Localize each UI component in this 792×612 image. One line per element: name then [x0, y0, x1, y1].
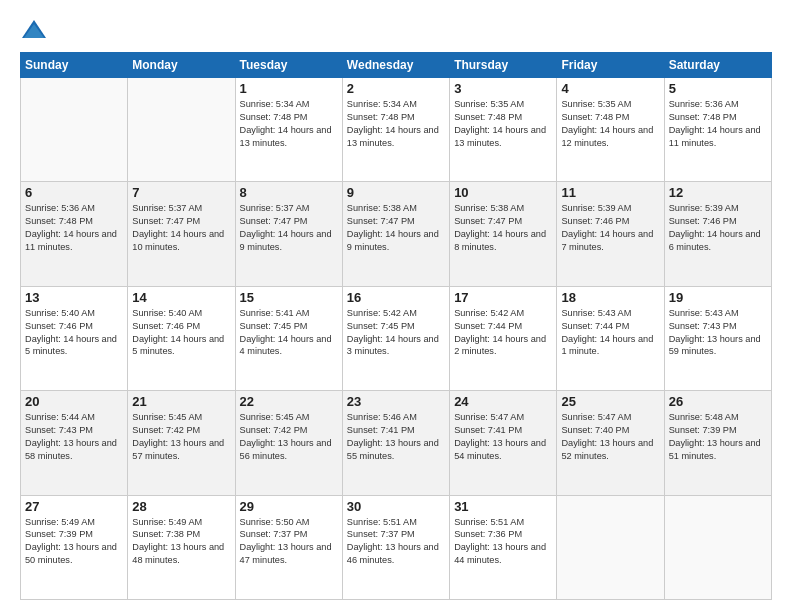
calendar-cell: 29Sunrise: 5:50 AM Sunset: 7:37 PM Dayli…: [235, 495, 342, 599]
cell-detail: Sunrise: 5:35 AM Sunset: 7:48 PM Dayligh…: [561, 99, 653, 148]
logo-icon: [20, 16, 48, 44]
cell-detail: Sunrise: 5:49 AM Sunset: 7:39 PM Dayligh…: [25, 517, 117, 566]
cell-detail: Sunrise: 5:41 AM Sunset: 7:45 PM Dayligh…: [240, 308, 332, 357]
cell-detail: Sunrise: 5:43 AM Sunset: 7:43 PM Dayligh…: [669, 308, 761, 357]
day-number: 23: [347, 394, 445, 409]
day-header-wednesday: Wednesday: [342, 53, 449, 78]
cell-detail: Sunrise: 5:46 AM Sunset: 7:41 PM Dayligh…: [347, 412, 439, 461]
calendar-week-row: 13Sunrise: 5:40 AM Sunset: 7:46 PM Dayli…: [21, 286, 772, 390]
calendar-cell: [664, 495, 771, 599]
day-number: 6: [25, 185, 123, 200]
cell-detail: Sunrise: 5:47 AM Sunset: 7:40 PM Dayligh…: [561, 412, 653, 461]
calendar-week-row: 6Sunrise: 5:36 AM Sunset: 7:48 PM Daylig…: [21, 182, 772, 286]
cell-detail: Sunrise: 5:45 AM Sunset: 7:42 PM Dayligh…: [132, 412, 224, 461]
day-number: 8: [240, 185, 338, 200]
calendar-cell: 21Sunrise: 5:45 AM Sunset: 7:42 PM Dayli…: [128, 391, 235, 495]
calendar-cell: [557, 495, 664, 599]
page: SundayMondayTuesdayWednesdayThursdayFrid…: [0, 0, 792, 612]
calendar-cell: 15Sunrise: 5:41 AM Sunset: 7:45 PM Dayli…: [235, 286, 342, 390]
calendar-week-row: 1Sunrise: 5:34 AM Sunset: 7:48 PM Daylig…: [21, 78, 772, 182]
calendar-cell: 31Sunrise: 5:51 AM Sunset: 7:36 PM Dayli…: [450, 495, 557, 599]
cell-detail: Sunrise: 5:37 AM Sunset: 7:47 PM Dayligh…: [132, 203, 224, 252]
calendar-cell: 18Sunrise: 5:43 AM Sunset: 7:44 PM Dayli…: [557, 286, 664, 390]
day-number: 27: [25, 499, 123, 514]
logo: [20, 16, 52, 44]
day-header-friday: Friday: [557, 53, 664, 78]
cell-detail: Sunrise: 5:48 AM Sunset: 7:39 PM Dayligh…: [669, 412, 761, 461]
day-header-thursday: Thursday: [450, 53, 557, 78]
cell-detail: Sunrise: 5:49 AM Sunset: 7:38 PM Dayligh…: [132, 517, 224, 566]
calendar-cell: 8Sunrise: 5:37 AM Sunset: 7:47 PM Daylig…: [235, 182, 342, 286]
cell-detail: Sunrise: 5:36 AM Sunset: 7:48 PM Dayligh…: [25, 203, 117, 252]
calendar-cell: 24Sunrise: 5:47 AM Sunset: 7:41 PM Dayli…: [450, 391, 557, 495]
day-number: 30: [347, 499, 445, 514]
calendar-cell: [128, 78, 235, 182]
calendar-cell: 9Sunrise: 5:38 AM Sunset: 7:47 PM Daylig…: [342, 182, 449, 286]
day-number: 17: [454, 290, 552, 305]
calendar-cell: 20Sunrise: 5:44 AM Sunset: 7:43 PM Dayli…: [21, 391, 128, 495]
day-header-monday: Monday: [128, 53, 235, 78]
day-number: 14: [132, 290, 230, 305]
cell-detail: Sunrise: 5:47 AM Sunset: 7:41 PM Dayligh…: [454, 412, 546, 461]
calendar-cell: 6Sunrise: 5:36 AM Sunset: 7:48 PM Daylig…: [21, 182, 128, 286]
day-number: 31: [454, 499, 552, 514]
header: [20, 16, 772, 44]
calendar-cell: 12Sunrise: 5:39 AM Sunset: 7:46 PM Dayli…: [664, 182, 771, 286]
cell-detail: Sunrise: 5:38 AM Sunset: 7:47 PM Dayligh…: [454, 203, 546, 252]
day-number: 2: [347, 81, 445, 96]
cell-detail: Sunrise: 5:42 AM Sunset: 7:44 PM Dayligh…: [454, 308, 546, 357]
calendar-cell: 10Sunrise: 5:38 AM Sunset: 7:47 PM Dayli…: [450, 182, 557, 286]
day-number: 16: [347, 290, 445, 305]
cell-detail: Sunrise: 5:37 AM Sunset: 7:47 PM Dayligh…: [240, 203, 332, 252]
cell-detail: Sunrise: 5:36 AM Sunset: 7:48 PM Dayligh…: [669, 99, 761, 148]
cell-detail: Sunrise: 5:34 AM Sunset: 7:48 PM Dayligh…: [347, 99, 439, 148]
day-number: 28: [132, 499, 230, 514]
day-number: 4: [561, 81, 659, 96]
calendar-cell: 2Sunrise: 5:34 AM Sunset: 7:48 PM Daylig…: [342, 78, 449, 182]
cell-detail: Sunrise: 5:43 AM Sunset: 7:44 PM Dayligh…: [561, 308, 653, 357]
cell-detail: Sunrise: 5:34 AM Sunset: 7:48 PM Dayligh…: [240, 99, 332, 148]
day-header-tuesday: Tuesday: [235, 53, 342, 78]
cell-detail: Sunrise: 5:40 AM Sunset: 7:46 PM Dayligh…: [132, 308, 224, 357]
day-number: 26: [669, 394, 767, 409]
calendar-cell: 22Sunrise: 5:45 AM Sunset: 7:42 PM Dayli…: [235, 391, 342, 495]
day-number: 29: [240, 499, 338, 514]
cell-detail: Sunrise: 5:45 AM Sunset: 7:42 PM Dayligh…: [240, 412, 332, 461]
calendar-cell: 30Sunrise: 5:51 AM Sunset: 7:37 PM Dayli…: [342, 495, 449, 599]
calendar-cell: 14Sunrise: 5:40 AM Sunset: 7:46 PM Dayli…: [128, 286, 235, 390]
day-number: 19: [669, 290, 767, 305]
cell-detail: Sunrise: 5:38 AM Sunset: 7:47 PM Dayligh…: [347, 203, 439, 252]
calendar-cell: 16Sunrise: 5:42 AM Sunset: 7:45 PM Dayli…: [342, 286, 449, 390]
day-number: 12: [669, 185, 767, 200]
cell-detail: Sunrise: 5:51 AM Sunset: 7:37 PM Dayligh…: [347, 517, 439, 566]
calendar-cell: 13Sunrise: 5:40 AM Sunset: 7:46 PM Dayli…: [21, 286, 128, 390]
calendar-cell: 26Sunrise: 5:48 AM Sunset: 7:39 PM Dayli…: [664, 391, 771, 495]
calendar-cell: 1Sunrise: 5:34 AM Sunset: 7:48 PM Daylig…: [235, 78, 342, 182]
day-number: 1: [240, 81, 338, 96]
calendar-cell: 4Sunrise: 5:35 AM Sunset: 7:48 PM Daylig…: [557, 78, 664, 182]
day-number: 3: [454, 81, 552, 96]
day-number: 20: [25, 394, 123, 409]
calendar-cell: 7Sunrise: 5:37 AM Sunset: 7:47 PM Daylig…: [128, 182, 235, 286]
day-number: 9: [347, 185, 445, 200]
cell-detail: Sunrise: 5:44 AM Sunset: 7:43 PM Dayligh…: [25, 412, 117, 461]
calendar-cell: 3Sunrise: 5:35 AM Sunset: 7:48 PM Daylig…: [450, 78, 557, 182]
day-number: 7: [132, 185, 230, 200]
cell-detail: Sunrise: 5:42 AM Sunset: 7:45 PM Dayligh…: [347, 308, 439, 357]
day-number: 11: [561, 185, 659, 200]
cell-detail: Sunrise: 5:39 AM Sunset: 7:46 PM Dayligh…: [561, 203, 653, 252]
day-number: 24: [454, 394, 552, 409]
calendar-week-row: 20Sunrise: 5:44 AM Sunset: 7:43 PM Dayli…: [21, 391, 772, 495]
calendar-cell: 25Sunrise: 5:47 AM Sunset: 7:40 PM Dayli…: [557, 391, 664, 495]
day-number: 18: [561, 290, 659, 305]
cell-detail: Sunrise: 5:51 AM Sunset: 7:36 PM Dayligh…: [454, 517, 546, 566]
cell-detail: Sunrise: 5:39 AM Sunset: 7:46 PM Dayligh…: [669, 203, 761, 252]
day-number: 22: [240, 394, 338, 409]
calendar-cell: 17Sunrise: 5:42 AM Sunset: 7:44 PM Dayli…: [450, 286, 557, 390]
calendar-cell: 27Sunrise: 5:49 AM Sunset: 7:39 PM Dayli…: [21, 495, 128, 599]
calendar-table: SundayMondayTuesdayWednesdayThursdayFrid…: [20, 52, 772, 600]
cell-detail: Sunrise: 5:50 AM Sunset: 7:37 PM Dayligh…: [240, 517, 332, 566]
day-header-saturday: Saturday: [664, 53, 771, 78]
day-header-sunday: Sunday: [21, 53, 128, 78]
day-number: 15: [240, 290, 338, 305]
